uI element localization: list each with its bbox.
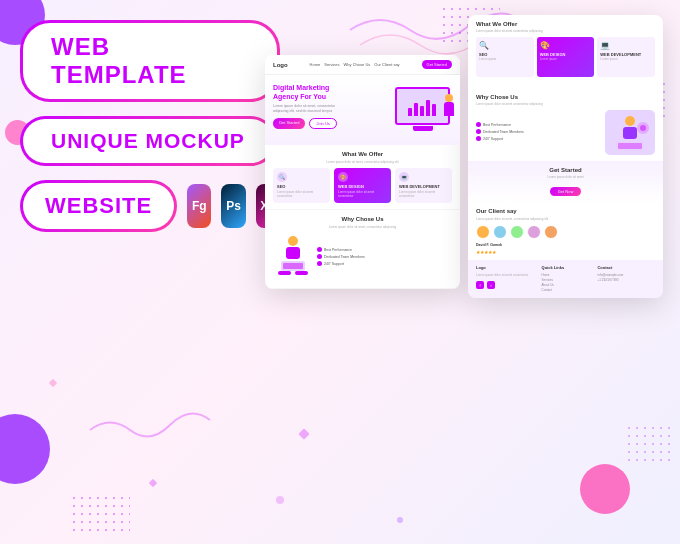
- web-dev-title: WEB DEVELOPMENT: [399, 184, 448, 189]
- nav-cta-button[interactable]: Get Started: [422, 60, 452, 69]
- mockup-left-screen: Logo Home Services Why Chose Us Our Clie…: [265, 55, 460, 289]
- right-why-items: Best Performance Dedicated Team Members …: [476, 122, 601, 143]
- svg-rect-11: [278, 271, 291, 275]
- chart-bar-3: [420, 106, 424, 116]
- get-now-button[interactable]: Get Now: [550, 187, 582, 196]
- hero-get-started-btn[interactable]: Get Started: [273, 118, 305, 129]
- footer-social-icons: f t: [476, 281, 534, 289]
- web-design-card: 🎨 WEB DESIGN Lorem ipsum dolor sit amet …: [334, 168, 391, 203]
- footer-link-services: Services: [542, 278, 590, 282]
- svg-point-13: [625, 116, 635, 126]
- decoration-dots-br: [70, 494, 130, 534]
- social-fb[interactable]: f: [476, 281, 484, 289]
- social-tw[interactable]: t: [487, 281, 495, 289]
- mockup-nav-logo: Logo: [273, 62, 288, 68]
- client-avatars: [476, 225, 655, 239]
- nav-link-clients: Our Client say: [374, 62, 399, 67]
- why-dot-3: [317, 261, 322, 266]
- get-started-title: Get Started: [476, 167, 655, 173]
- right-what-subtitle: Lorem ipsum dolor sit amet consectetur a…: [476, 29, 655, 33]
- right-what-title: What We Offer: [476, 21, 655, 27]
- client-rating-stars: ★★★★★: [476, 249, 655, 255]
- svg-rect-3: [49, 379, 57, 387]
- why-chose-title: Why Chose Us: [273, 216, 452, 222]
- footer-contact-title: Contact: [597, 265, 655, 270]
- right-web-design-icon: 🎨: [540, 41, 592, 50]
- website-tools-row: WEBSITE Fg Ps Xd: [20, 180, 280, 232]
- right-why-item-3: 24/7 Support: [476, 136, 601, 141]
- clients-review: Lorem ipsum dolor sit amet, consectetur …: [476, 217, 655, 221]
- photoshop-icon: Ps: [221, 184, 245, 228]
- web-design-icon: 🎨: [338, 172, 348, 182]
- why-item-1: Best Performance: [317, 247, 452, 252]
- what-we-offer-subtitle: Lorem ipsum dolor sit amet, consectetur …: [273, 160, 452, 164]
- svg-rect-16: [618, 143, 642, 149]
- left-panel: WEB TEMPLATE UNIQUE MOCKUP WEBSITE Fg Ps…: [20, 20, 280, 232]
- svg-rect-14: [623, 127, 637, 139]
- why-item-3: 24/7 Support: [317, 261, 452, 266]
- nav-link-services: Services: [324, 62, 339, 67]
- right-why-title: Why Chose Us: [476, 94, 655, 100]
- web-design-text: Lorem ipsum dolor sit amet consectetur: [338, 191, 387, 199]
- footer-quick-links-title: Quick Links: [542, 265, 590, 270]
- web-design-title: WEB DESIGN: [338, 184, 387, 189]
- clients-section: Our Client say Lorem ipsum dolor sit ame…: [468, 203, 663, 260]
- service-cards: 🔍 SEO Lorem ipsum dolor sit amet consect…: [273, 168, 452, 203]
- right-what-we-offer: What We Offer Lorem ipsum dolor sit amet…: [468, 15, 663, 88]
- right-web-dev-text: Lorem ipsum: [600, 57, 652, 61]
- chart-bar-5: [432, 104, 436, 116]
- hero-chart: [408, 96, 438, 116]
- person-head: [445, 94, 453, 102]
- get-started-subtitle: Lorem ipsum dolor sit amet: [476, 175, 655, 179]
- mockup-hero-section: Digital Marketing Agency For You Lorem i…: [265, 75, 460, 145]
- person-body: [444, 102, 454, 116]
- right-why-dot-2: [476, 129, 481, 134]
- footer-col-links: Quick Links Home Services About Us Conta…: [542, 265, 590, 293]
- web-dev-card: 💻 WEB DEVELOPMENT Lorem ipsum dolor sit …: [395, 168, 452, 203]
- screens-area: Logo Home Services Why Chose Us Our Clie…: [250, 0, 680, 544]
- nav-link-home: Home: [310, 62, 321, 67]
- client-avatar-1: [476, 225, 490, 239]
- right-why-dot-3: [476, 136, 481, 141]
- why-text-3: 24/7 Support: [324, 262, 344, 266]
- footer-email: info@example.com: [597, 273, 655, 277]
- chart-bar-1: [408, 108, 412, 116]
- svg-rect-10: [283, 263, 303, 269]
- right-why-item-1: Best Performance: [476, 122, 601, 127]
- hero-illustration: [378, 79, 458, 144]
- hero-title: Digital Marketing Agency For You: [273, 83, 353, 101]
- right-why-illustration: [605, 110, 655, 155]
- why-text-2: Dedicated Team Members: [324, 255, 365, 259]
- why-chose-us-section: Why Chose Us Lorem ipsum dolor sit amet,…: [265, 210, 460, 289]
- right-web-design-card: 🎨 WEB DESIGN Lorem ipsum: [537, 37, 595, 77]
- why-dot-1: [317, 247, 322, 252]
- footer-col-logo: Logo Lorem ipsum dolor sit amet consecte…: [476, 265, 534, 293]
- seo-card: 🔍 SEO Lorem ipsum dolor sit amet consect…: [273, 168, 330, 203]
- website-badge: WEBSITE: [20, 180, 177, 232]
- footer-description: Lorem ipsum dolor sit amet consectetur: [476, 273, 534, 277]
- footer-link-contact: Contact: [542, 288, 590, 292]
- web-dev-text: Lorem ipsum dolor sit amet consectetur: [399, 191, 448, 199]
- unique-mockup-badge: UNIQUE MOCKUP: [20, 116, 276, 166]
- footer-link-home: Home: [542, 273, 590, 277]
- right-why-text-1: Best Performance: [483, 123, 511, 127]
- svg-point-18: [640, 125, 646, 131]
- why-chose-illustration: [273, 233, 313, 282]
- mockup-nav-links: Home Services Why Chose Us Our Client sa…: [310, 62, 400, 67]
- get-started-section: Get Started Lorem ipsum dolor sit amet G…: [468, 161, 663, 203]
- seo-title: SEO: [277, 184, 326, 189]
- footer-section: Logo Lorem ipsum dolor sit amet consecte…: [468, 260, 663, 298]
- mockup-right-screen: What We Offer Lorem ipsum dolor sit amet…: [468, 15, 663, 298]
- web-template-badge: WEB TEMPLATE: [20, 20, 280, 102]
- svg-rect-8: [286, 247, 300, 259]
- mockup-left-nav: Logo Home Services Why Chose Us Our Clie…: [265, 55, 460, 75]
- hero-join-us-btn[interactable]: Join Us: [309, 118, 336, 129]
- clients-title: Our Client say: [476, 208, 655, 214]
- svg-rect-12: [295, 271, 308, 275]
- svg-point-7: [288, 236, 298, 246]
- right-web-dev-card: 💻 WEB DEVELOPMENT Lorem ipsum: [597, 37, 655, 77]
- seo-icon: 🔍: [277, 172, 287, 182]
- hero-title-main: Digital Marketing: [273, 84, 329, 91]
- what-we-offer-title: What We Offer: [273, 151, 452, 157]
- footer-row: Logo Lorem ipsum dolor sit amet consecte…: [476, 265, 655, 293]
